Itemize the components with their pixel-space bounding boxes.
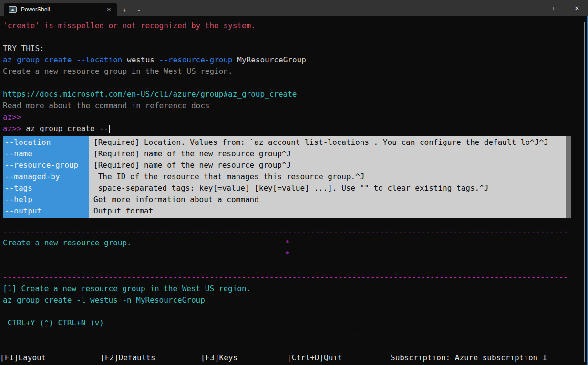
suggestion-description: Create a new resource group in the West … (3, 66, 588, 77)
example-header: [1] Create a new resource group in the W… (3, 283, 588, 294)
autocomplete-description-column: [Required] Location. Values from: `az ac… (89, 136, 566, 218)
separator-line: ----------------------------------------… (3, 226, 588, 237)
documentation-hint: Read more about the command in reference… (3, 100, 588, 112)
separator-line: ----------------------------------------… (3, 272, 588, 283)
autocomplete-flag-column: --location --name --resource-group --man… (3, 136, 89, 218)
autocomplete-option[interactable]: --location (3, 137, 89, 148)
prompt-label: az>> (3, 124, 26, 133)
autocomplete-description: [Required] Location. Values from: `az ac… (89, 137, 566, 148)
powershell-icon: ≥ (9, 6, 17, 13)
autocomplete-description: Output format (89, 205, 566, 217)
tab-title: PowerShell (21, 6, 104, 13)
terminal-content: 'create' is misspelled or not recognized… (0, 16, 588, 365)
autocomplete-description: [Required] name of the new resource grou… (89, 148, 566, 160)
typed-command: az group create -- (26, 124, 108, 133)
statusbar-defaults[interactable]: [F2]Defaults (100, 352, 155, 364)
terminal-scrollbar[interactable] (584, 22, 585, 362)
autocomplete-option[interactable]: --name (3, 148, 89, 160)
autocomplete-option[interactable]: --managed-by (3, 171, 89, 182)
maximize-button[interactable]: □ (544, 0, 566, 16)
autocomplete-dropdown: --location --name --resource-group --man… (3, 136, 571, 218)
new-tab-button[interactable]: + (117, 3, 132, 16)
suggested-command-part: az group create --location (3, 55, 127, 64)
prompt-line[interactable]: az>> az group create -- (3, 123, 588, 134)
gesture-star: * (285, 249, 290, 260)
prompt-empty: az>> (3, 112, 588, 123)
autocomplete-option[interactable]: --tags (3, 182, 89, 194)
autocomplete-description: The ID of the resource that manages this… (89, 171, 566, 182)
autocomplete-option[interactable]: --output (3, 205, 89, 217)
status-bar: [F1]Layout [F2]Defaults [F3]Keys [Ctrl+D… (0, 352, 582, 364)
statusbar-layout[interactable]: [F1]Layout (0, 352, 46, 364)
autocomplete-description: space-separated tags: key[=value] [key[=… (89, 182, 566, 194)
suggested-command-arg: westus (127, 55, 159, 64)
close-button[interactable]: ✕ (566, 0, 588, 16)
scroll-hint: CTRL+Y (^) CTRL+N (v) (3, 317, 588, 329)
command-summary: Create a new resource group. (3, 238, 132, 247)
terminal-window: ≥ PowerShell ✕ + ⌄ – □ ✕ 'create' is mis… (0, 0, 588, 365)
autocomplete-description: [Required] name of the new resource grou… (89, 160, 566, 171)
tab-powershell[interactable]: ≥ PowerShell ✕ (4, 3, 117, 16)
separator-line: ----------------------------------------… (3, 329, 588, 340)
suggested-command-arg: MyResourceGroup (237, 55, 306, 64)
suggested-command-part: --resource-group (159, 55, 237, 64)
minimize-button[interactable]: – (522, 0, 544, 16)
documentation-link[interactable]: https://docs.microsoft.com/en-US/cli/azu… (3, 89, 588, 100)
try-this-label: TRY THIS: (3, 43, 588, 54)
command-summary-line: Create a new resource group.* (3, 237, 588, 249)
gesture-star-line: * (3, 249, 588, 260)
suggested-command: az group create --location westus --reso… (3, 54, 588, 66)
statusbar-quit[interactable]: [Ctrl+D]Quit (287, 352, 342, 364)
autocomplete-description: Get more information about a command (89, 194, 566, 205)
autocomplete-option[interactable]: --resource-group (3, 160, 89, 171)
tab-close-icon[interactable]: ✕ (104, 6, 113, 14)
autocomplete-option[interactable]: --help (3, 194, 89, 205)
error-message: 'create' is misspelled or not recognized… (3, 20, 588, 31)
tab-dropdown-icon[interactable]: ⌄ (132, 3, 146, 16)
gesture-star: * (285, 237, 290, 249)
statusbar-subscription: Subscription: Azure subscription 1 (391, 352, 547, 364)
text-cursor (109, 125, 110, 133)
example-command: az group create -l westus -n MyResourceG… (3, 294, 588, 306)
dropdown-scrollbar[interactable] (566, 136, 571, 218)
statusbar-keys[interactable]: [F3]Keys (201, 352, 237, 364)
titlebar: ≥ PowerShell ✕ + ⌄ – □ ✕ (0, 0, 588, 16)
